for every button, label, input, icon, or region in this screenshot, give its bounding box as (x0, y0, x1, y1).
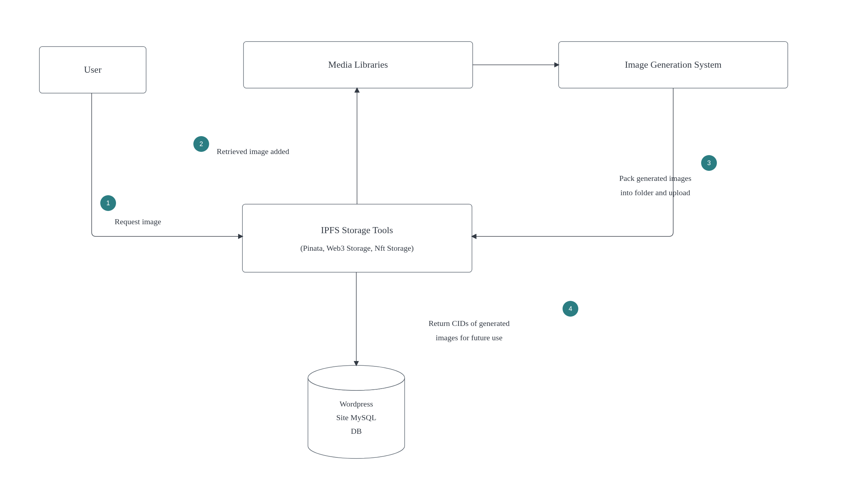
step-2-label: Retrieved image added (217, 147, 289, 156)
step-4-label-1: Return CIDs of generated (429, 319, 510, 328)
node-ipfs-storage: IPFS Storage Tools (Pinata, Web3 Storage… (242, 204, 472, 272)
edge-user-to-ipfs (92, 93, 242, 236)
edge-igs-to-ipfs (472, 88, 673, 236)
node-wordpress-db: Wordpress Site MySQL DB (308, 365, 405, 458)
node-media-label: Media Libraries (328, 59, 388, 70)
node-ipfs-label-2: (Pinata, Web3 Storage, Nft Storage) (300, 244, 414, 253)
step-1: 1 Request image (100, 195, 161, 226)
step-1-number: 1 (106, 200, 110, 207)
step-1-label: Request image (115, 217, 161, 226)
step-3-label-2: into folder and upload (621, 188, 690, 197)
step-4-number: 4 (569, 305, 572, 312)
node-db-label-1: Wordpress (339, 399, 373, 408)
node-image-generation-system: Image Generation System (559, 42, 788, 88)
node-db-label-2: Site MySQL (336, 413, 376, 422)
step-3-label-1: Pack generated images (619, 174, 691, 183)
node-media-libraries: Media Libraries (243, 42, 473, 88)
step-3: 3 Pack generated images into folder and … (619, 155, 717, 197)
svg-point-4 (308, 365, 405, 390)
diagram-container: User Media Libraries Image Generation Sy… (0, 0, 868, 495)
node-igs-label: Image Generation System (625, 59, 722, 70)
architecture-diagram: User Media Libraries Image Generation Sy… (0, 0, 868, 495)
step-2: 2 Retrieved image added (193, 136, 289, 156)
node-user-label: User (84, 64, 101, 75)
step-4: 4 Return CIDs of generated images for fu… (429, 301, 578, 342)
node-ipfs-label-1: IPFS Storage Tools (321, 225, 393, 235)
node-user: User (39, 47, 146, 93)
node-db-label-3: DB (351, 427, 362, 436)
step-4-label-2: images for future use (436, 333, 502, 342)
step-2-number: 2 (199, 140, 203, 148)
svg-rect-3 (242, 204, 472, 272)
step-3-number: 3 (707, 159, 711, 167)
